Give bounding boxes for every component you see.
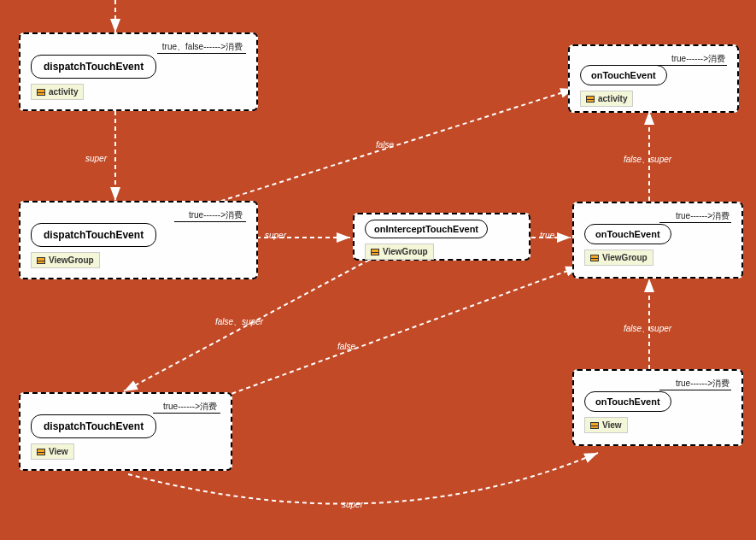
node-view-ontouch: true------>消费 onTouchEvent View	[572, 369, 743, 446]
tag-text: activity	[49, 87, 78, 97]
node-annot: true------>消费	[163, 401, 217, 413]
node-title: dispatchTouchEvent	[31, 223, 156, 247]
node-title: onTouchEvent	[584, 391, 671, 412]
node-activity-dispatch: true、false------>消费 dispatchTouchEvent a…	[19, 32, 258, 111]
node-annot: true------>消费	[676, 210, 730, 222]
node-title: dispatchTouchEvent	[31, 55, 156, 79]
node-tag: View	[31, 443, 74, 460]
tag-icon	[37, 257, 45, 264]
edge-label-false-super-1: false、super	[215, 316, 263, 328]
edge-label-super-1: super	[85, 154, 107, 163]
tag-icon	[586, 96, 595, 103]
node-title: onInterceptTouchEvent	[365, 220, 488, 238]
node-viewgroup-dispatch: true------>消费 dispatchTouchEvent ViewGro…	[19, 201, 258, 279]
node-title: onTouchEvent	[584, 224, 671, 244]
node-tag: View	[584, 417, 628, 433]
node-title: onTouchEvent	[580, 65, 667, 85]
node-tag: activity	[31, 84, 84, 100]
tag-icon	[590, 422, 599, 429]
edge-label-false-super-2: false、super	[624, 154, 671, 166]
svg-line-6	[210, 267, 579, 402]
tag-text: activity	[598, 94, 627, 103]
tag-text: ViewGroup	[49, 255, 94, 265]
tag-text: View	[602, 420, 622, 430]
edge-label-false-2: false	[337, 342, 355, 351]
node-annot: true------>消费	[189, 209, 243, 221]
tag-text: ViewGroup	[602, 253, 648, 262]
tag-icon	[37, 89, 45, 96]
edge-label-false-1: false	[376, 140, 394, 150]
node-title: dispatchTouchEvent	[31, 414, 156, 438]
node-viewgroup-intercept: onInterceptTouchEvent ViewGroup	[353, 213, 530, 261]
node-annot: true------>消费	[676, 378, 730, 390]
tag-text: ViewGroup	[383, 247, 428, 256]
tag-text: View	[49, 447, 68, 456]
tag-icon	[371, 249, 379, 255]
node-annot: true、false------>消费	[162, 41, 243, 53]
edge-label-super-2: super	[265, 231, 286, 240]
node-view-dispatch: true------>消费 dispatchTouchEvent View	[19, 392, 232, 471]
edge-label-true: true	[540, 231, 554, 240]
edge-label-super-3: super	[342, 500, 363, 509]
tag-icon	[590, 255, 599, 261]
edge-label-false-super-3: false、super	[624, 323, 671, 335]
node-tag: activity	[580, 91, 633, 107]
node-tag: ViewGroup	[365, 244, 434, 260]
node-viewgroup-ontouch: true------>消费 onTouchEvent ViewGroup	[572, 202, 743, 279]
node-annot: true------>消费	[671, 53, 725, 65]
tag-icon	[37, 449, 45, 455]
node-activity-ontouch: true------>消费 onTouchEvent activity	[568, 44, 739, 113]
node-tag: ViewGroup	[31, 252, 100, 268]
node-tag: ViewGroup	[584, 249, 653, 266]
